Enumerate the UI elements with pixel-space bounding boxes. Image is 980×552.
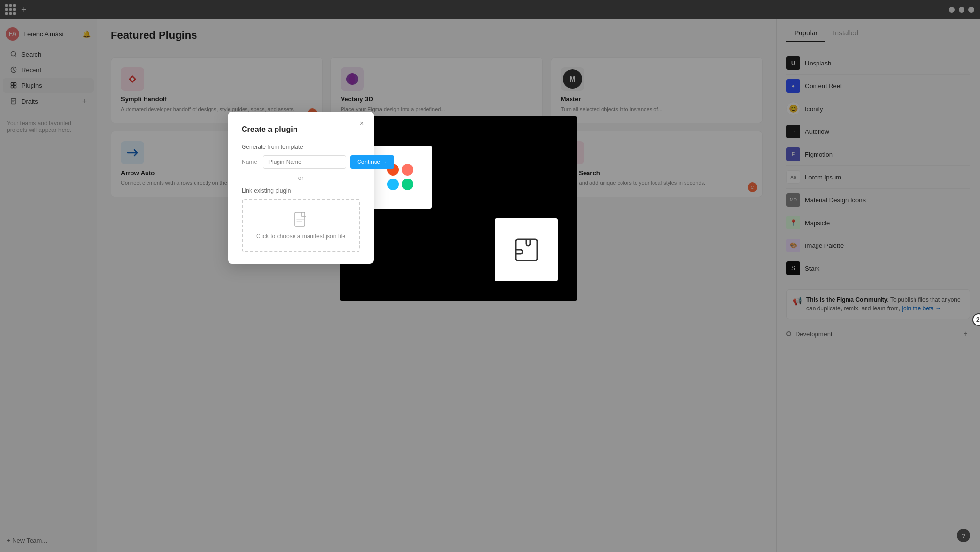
- maximize-button[interactable]: [959, 7, 964, 13]
- modal-title: Create a plugin: [242, 125, 360, 134]
- modal-close-button[interactable]: ×: [357, 118, 367, 128]
- manifest-file-zone[interactable]: Click to choose a manifest.json file: [242, 199, 360, 252]
- or-divider: or: [242, 175, 360, 181]
- plugin-preview-box: [495, 218, 558, 281]
- file-icon: [254, 211, 347, 230]
- plugin-name-input[interactable]: [263, 155, 346, 169]
- new-tab-button[interactable]: +: [21, 5, 27, 15]
- minimize-button[interactable]: [949, 7, 955, 13]
- close-button[interactable]: [968, 7, 974, 13]
- titlebar: +: [0, 0, 980, 19]
- generate-section-label: Generate from template: [242, 144, 360, 150]
- black-preview-area: [340, 116, 577, 301]
- create-plugin-modal: × Create a plugin Generate from template…: [228, 112, 374, 264]
- app-grid-icon[interactable]: [6, 5, 16, 15]
- window-controls: [949, 7, 974, 13]
- name-field-label: Name: [242, 155, 259, 169]
- link-section-label: Link existing plugin: [242, 187, 360, 194]
- continue-button[interactable]: Continue →: [350, 155, 394, 169]
- name-row: Name Continue →: [242, 155, 360, 169]
- file-instruction: Click to choose a manifest.json file: [254, 233, 347, 240]
